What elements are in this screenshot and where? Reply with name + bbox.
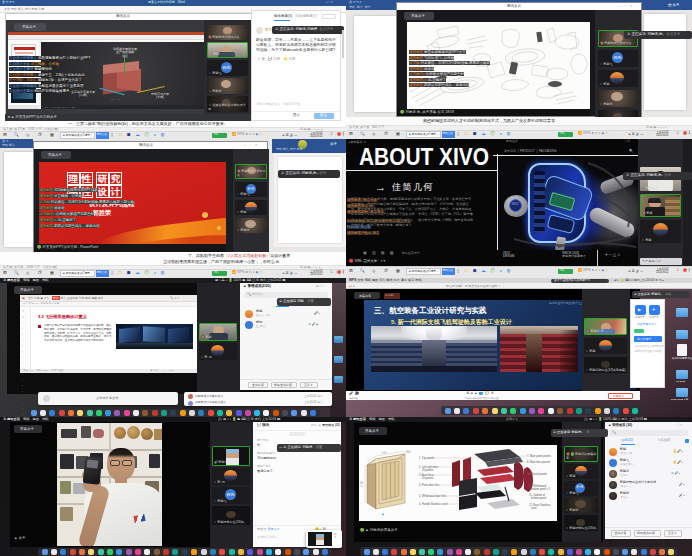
svg-text:bottom panel s 1: bottom panel s 1 [531, 487, 551, 491]
svg-text:bottom panel: bottom panel [531, 496, 546, 500]
svg-text:8. Main deco panels: 8. Main deco panels [527, 460, 551, 464]
svg-text:▲: ▲ [381, 512, 384, 516]
svg-text:9. Facial panels: 9. Facial panels [529, 472, 548, 476]
svg-text:5. Withdrawal door tiles: 5. Withdrawal door tiles [419, 494, 447, 498]
svg-text:4. Front door tiles: 4. Front door tiles [419, 483, 440, 487]
svg-text:6. Handle Stainless steel: 6. Handle Stainless steel [419, 502, 448, 506]
svg-text:600: 600 [406, 450, 411, 454]
svg-text:2130: 2130 [360, 481, 364, 487]
svg-text:7. Main panel panels: 7. Main panel panels [527, 454, 552, 458]
svg-text:steel: steel [531, 506, 537, 510]
svg-text:45 panels: 45 panels [422, 468, 434, 472]
svg-text:45 panels: 45 panels [422, 476, 434, 480]
